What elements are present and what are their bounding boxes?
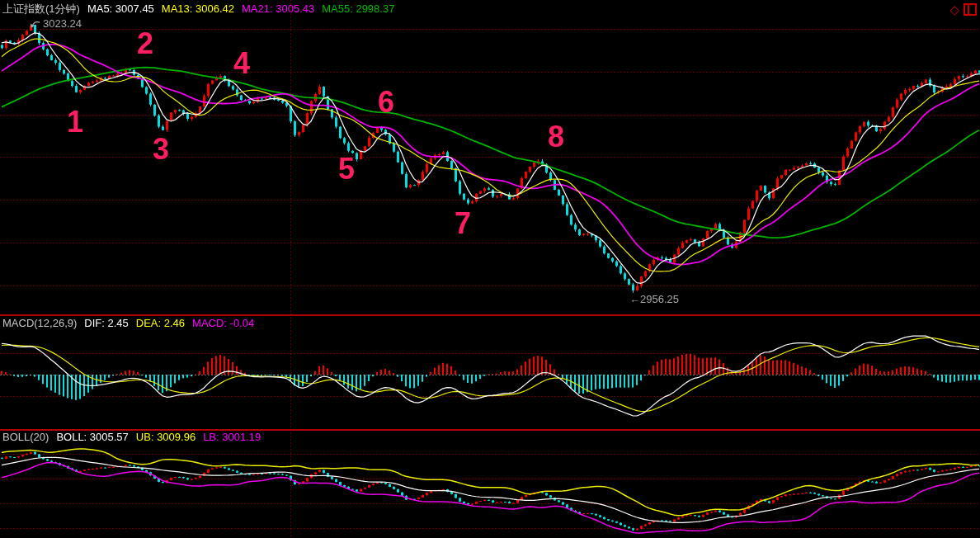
indicator-value-label: MA55: 2998.37 (322, 2, 394, 15)
stock-chart-window: 上证指数(1分钟)MA5: 3007.45MA13: 3006.42MA21: … (0, 0, 980, 538)
boll-indicator-header: BOLL(20)BOLL: 3005.57UB: 3009.96LB: 3001… (2, 431, 268, 443)
high-arrow-icon (30, 18, 41, 29)
indicator-value-label: MA13: 3006.42 (162, 2, 234, 15)
chart-canvas[interactable] (0, 0, 980, 538)
annotation-number-4: 4 (233, 49, 250, 78)
high-price-value: 3023.24 (43, 17, 82, 30)
annotation-number-5: 5 (338, 154, 355, 184)
indicator-value-label: LB: 3001.19 (203, 431, 261, 443)
annotation-number-2: 2 (137, 29, 153, 59)
indicator-value-label: MACD(12,26,9) (2, 317, 77, 329)
main-indicator-header: 上证指数(1分钟)MA5: 3007.45MA13: 3006.42MA21: … (2, 2, 402, 17)
annotation-number-3: 3 (153, 134, 169, 164)
split-window-icon[interactable] (964, 3, 977, 16)
indicator-value-label: BOLL: 3005.57 (56, 431, 128, 443)
macd-indicator-header: MACD(12,26,9)DIF: 2.45DEA: 2.46MACD: -0.… (2, 317, 261, 329)
annotation-number-1: 1 (67, 107, 83, 137)
annotation-number-8: 8 (548, 122, 564, 152)
diamond-icon[interactable]: ◇ (949, 4, 959, 16)
low-price-label: ←2956.25 (629, 293, 679, 305)
annotation-number-6: 6 (378, 87, 394, 117)
low-price-value: ←2956.25 (629, 293, 679, 305)
indicator-value-label: UB: 3009.96 (136, 431, 196, 443)
toolbar-icons: ◇ (949, 3, 977, 16)
indicator-value-label: MACD: -0.04 (192, 317, 254, 329)
high-price-label: 3023.24 (30, 17, 82, 30)
indicator-value-label: MA21: 3005.43 (242, 2, 314, 15)
annotation-number-7: 7 (455, 209, 471, 238)
indicator-value-label: 上证指数(1分钟) (2, 2, 80, 15)
indicator-value-label: MA5: 3007.45 (87, 2, 154, 15)
indicator-value-label: BOLL(20) (2, 431, 49, 443)
indicator-value-label: DEA: 2.46 (136, 317, 185, 329)
indicator-value-label: DIF: 2.45 (84, 317, 128, 329)
